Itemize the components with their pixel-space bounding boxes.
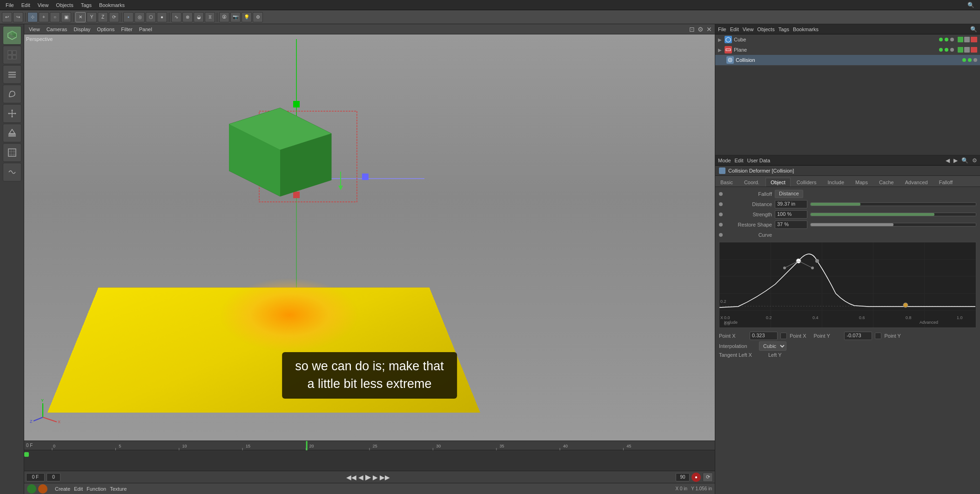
props-search-icon[interactable]: 🔍	[961, 157, 968, 164]
restore-value-field[interactable]: 37 %	[775, 220, 807, 229]
vp-menu-options[interactable]: Options	[95, 27, 116, 32]
bt-function[interactable]: Function	[87, 486, 106, 492]
menu-bookmarks[interactable]: Bookmarks	[95, 1, 128, 9]
distance-slider[interactable]	[810, 202, 976, 206]
tab-falloff[interactable]: Falloff	[934, 178, 958, 187]
layers-button[interactable]	[3, 65, 21, 84]
deformer-button[interactable]: ⧖	[205, 12, 215, 22]
vp-menu-panel[interactable]: Panel	[137, 27, 154, 32]
viewport-canvas[interactable]: Perspective	[24, 34, 715, 441]
lock-y-checkbox[interactable]	[875, 333, 881, 339]
bt-edit[interactable]: Edit	[74, 486, 83, 492]
range-end-field[interactable]: 90	[676, 473, 690, 481]
new-object-button[interactable]: +	[39, 12, 49, 22]
rotate-tool[interactable]: ⟳	[109, 12, 119, 22]
fill-tool-button[interactable]	[3, 124, 21, 142]
lathe-button[interactable]: ◒	[194, 12, 204, 22]
sweep-button[interactable]: ⊗	[182, 12, 193, 22]
tab-colliders[interactable]: Colliders	[792, 178, 822, 187]
tab-maps[interactable]: Maps	[850, 178, 873, 187]
obj-menu-view[interactable]: View	[743, 27, 754, 32]
texture-button[interactable]	[3, 143, 21, 162]
cube-prim-button[interactable]: ▪	[123, 12, 134, 22]
tab-advanced[interactable]: Advanced	[900, 178, 933, 187]
sphere-prim-button[interactable]: ●	[157, 12, 167, 22]
deform-button[interactable]	[3, 163, 21, 181]
tab-include[interactable]: Include	[823, 178, 849, 187]
obj-menu-objects[interactable]: Objects	[757, 27, 774, 32]
play-forward-button[interactable]: ▶▶	[380, 474, 390, 481]
menu-view[interactable]: View	[34, 1, 53, 9]
collision-vis3[interactable]	[973, 58, 977, 62]
props-menu-edit[interactable]: Edit	[735, 158, 744, 163]
interpolation-select[interactable]: Cubic	[759, 341, 786, 351]
cube-vis1[interactable]	[939, 38, 943, 41]
move-tool[interactable]: ✕	[75, 12, 86, 22]
tab-cache[interactable]: Cache	[874, 178, 899, 187]
collision-vis2[interactable]	[968, 58, 972, 62]
obj-menu-tags[interactable]: Tags	[779, 27, 789, 32]
paint-button[interactable]	[3, 85, 21, 103]
move-object-button[interactable]	[3, 104, 21, 123]
vp-maximize-icon[interactable]: ⊡	[689, 26, 695, 33]
play-button[interactable]: ▶	[365, 473, 371, 481]
object-row-cube[interactable]: ▶ Cube	[715, 34, 980, 45]
live-select-tool[interactable]: ▣	[61, 12, 71, 22]
menu-objects[interactable]: Objects	[52, 1, 77, 9]
record-button[interactable]: ●	[691, 473, 701, 482]
point-y-field[interactable]: -0.073	[844, 332, 872, 340]
render-settings-button[interactable]: ⚙	[253, 12, 263, 22]
strength-value-field[interactable]: 100 %	[775, 210, 807, 219]
menu-tags[interactable]: Tags	[77, 1, 95, 9]
undo-button[interactable]: ↩	[2, 12, 12, 22]
collision-vis1[interactable]	[962, 58, 966, 62]
play-backward-button[interactable]: ◀◀	[346, 474, 356, 481]
props-menu-userdata[interactable]: User Data	[747, 158, 771, 163]
step-backward-button[interactable]: ◀	[358, 474, 363, 481]
obj-menu-bookmarks[interactable]: Bookmarks	[793, 27, 819, 32]
props-forward-icon[interactable]: ▶	[953, 157, 958, 164]
strength-slider[interactable]	[810, 213, 976, 216]
vp-close-icon[interactable]: ✕	[706, 26, 712, 33]
bt-create[interactable]: Create	[55, 486, 70, 492]
plane-vis3[interactable]	[950, 48, 954, 52]
cube-vis3[interactable]	[950, 38, 954, 41]
obj-menu-file[interactable]: File	[718, 27, 726, 32]
step-forward-button[interactable]: ▶	[373, 474, 378, 481]
cylinder-prim-button[interactable]: ⬡	[146, 12, 156, 22]
props-settings-icon[interactable]: ⚙	[972, 157, 977, 164]
vp-menu-view[interactable]: View	[27, 27, 42, 32]
props-back-icon[interactable]: ◀	[946, 157, 950, 164]
menu-edit[interactable]: Edit	[18, 1, 34, 9]
props-menu-mode[interactable]: Mode	[718, 158, 731, 163]
object-row-plane[interactable]: ▶ Plane	[715, 45, 980, 55]
camera-button[interactable]: 📷	[230, 12, 241, 22]
vp-menu-display[interactable]: Display	[72, 27, 92, 32]
restore-slider[interactable]	[810, 223, 976, 227]
tab-object[interactable]: Object	[765, 178, 791, 187]
bt-texture[interactable]: Texture	[110, 486, 127, 492]
plane-vis2[interactable]	[945, 48, 948, 52]
tab-basic[interactable]: Basic	[715, 178, 738, 187]
point-x-field[interactable]: 0.323	[750, 332, 778, 340]
object-row-collision[interactable]: Collision	[715, 55, 980, 65]
torus-prim-button[interactable]: ◎	[134, 12, 145, 22]
cube-vis2[interactable]	[945, 38, 948, 41]
light-button[interactable]: 💡	[242, 12, 252, 22]
obj-menu-edit[interactable]: Edit	[730, 27, 739, 32]
spline-button[interactable]: ∿	[171, 12, 181, 22]
vp-settings-icon[interactable]: ⚙	[698, 26, 704, 33]
green-cube-object[interactable]	[229, 103, 350, 206]
loop-button[interactable]: ⟳	[703, 473, 713, 482]
distance-value-field[interactable]: 39.37 in	[775, 200, 807, 208]
freehand-tool[interactable]: ○	[50, 12, 60, 22]
curve-editor[interactable]: Include Advanced 0.2 0.0 0.2 0.4 0.6 0.8…	[719, 242, 976, 328]
range-start-field[interactable]: 0	[47, 473, 60, 481]
falloff-value-button[interactable]: Distance	[775, 190, 803, 198]
vp-menu-cameras[interactable]: Cameras	[45, 27, 69, 32]
z-axis-button[interactable]: Z	[98, 12, 108, 22]
grid-view-button[interactable]	[3, 46, 21, 64]
redo-button[interactable]: ↪	[13, 12, 23, 22]
obj-search-icon[interactable]: 🔍	[970, 26, 977, 33]
y-axis-button[interactable]: Y	[87, 12, 97, 22]
